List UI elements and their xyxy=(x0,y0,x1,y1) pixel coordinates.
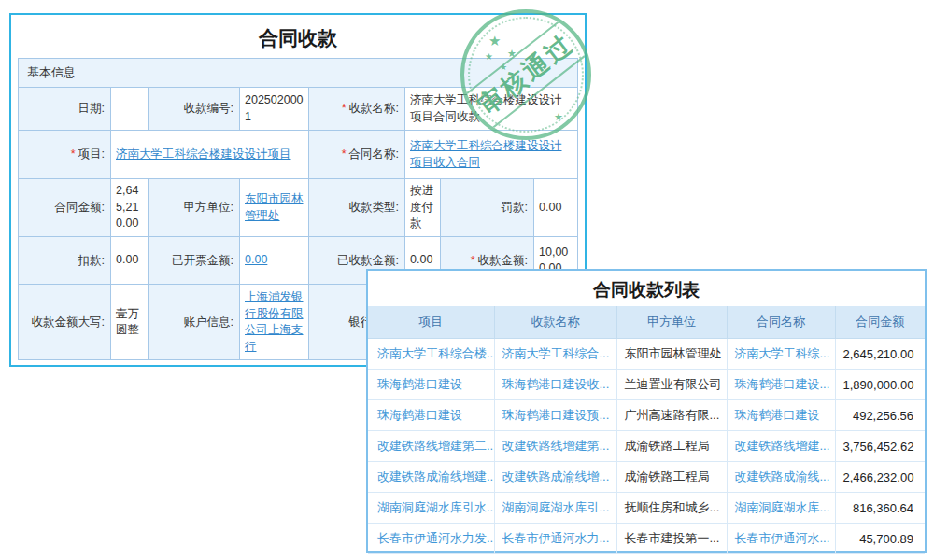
table-row: 长春市伊通河水力发...长春市伊通河水力...长春市建投第一...长春市伊通河水… xyxy=(368,524,925,554)
invoiced-amount-link[interactable]: 0.00 xyxy=(245,252,267,269)
contract-name-value: 济南大学工科综合楼建设设计项目收入合同 xyxy=(405,131,577,178)
list-title: 合同收款列表 xyxy=(368,271,925,306)
contract-amount-label: 合同金额: xyxy=(19,179,110,236)
table-row: 珠海鹤港口建设珠海鹤港口建设收...兰迪置业有限公司珠海鹤港口建设...1,89… xyxy=(368,370,925,400)
account-info-value: 上海浦发银行股份有限公司上海支行 xyxy=(240,285,308,359)
table-cell: 抚顺住房和城乡... xyxy=(616,493,727,524)
table-cell: 2,466,232.00 xyxy=(835,462,925,493)
contract-receipt-table: 项目收款名称甲方单位合同名称合同金额 济南大学工科综合楼...济南大学工科综合.… xyxy=(368,306,925,554)
table-cell-link[interactable]: 济南大学工科综合楼... xyxy=(368,339,494,370)
table-cell-link[interactable]: 改建铁路成渝线增建... xyxy=(368,462,494,493)
table-cell-link[interactable]: 珠海鹤港口建设收... xyxy=(494,370,616,400)
receipt-type-label: 收款类型: xyxy=(309,179,404,236)
table-cell-link[interactable]: 湖南洞庭湖水库... xyxy=(727,493,835,524)
receipt-name-value: 济南大学工科综合楼建设设计项目合同收款 xyxy=(405,88,577,130)
table-cell-link[interactable]: 改建铁路线增建第二... xyxy=(368,431,494,462)
table-cell: 成渝铁路工程局 xyxy=(616,431,727,462)
table-cell-link[interactable]: 湖南洞庭湖水库引水... xyxy=(368,493,494,524)
table-cell-link[interactable]: 改建铁路线增建... xyxy=(727,431,835,462)
column-header: 收款名称 xyxy=(494,306,616,339)
invoiced-amount-value: 0.00 xyxy=(240,237,308,284)
table-cell-link[interactable]: 长春市伊通河水... xyxy=(727,524,835,554)
required-marker: * xyxy=(471,253,475,268)
table-cell-link[interactable]: 长春市伊通河水力发... xyxy=(368,524,494,554)
deduction-value: 0.00 xyxy=(111,237,148,284)
table-cell: 东阳市园林管理处 xyxy=(616,339,727,370)
table-cell-link[interactable]: 改建铁路成渝线增... xyxy=(494,462,616,493)
table-cell: 长春市建投第一... xyxy=(616,524,727,554)
project-value: 济南大学工科综合楼建设设计项目 xyxy=(111,131,308,178)
account-info-link[interactable]: 上海浦发银行股份有限公司上海支行 xyxy=(245,289,304,355)
column-header: 合同名称 xyxy=(727,306,835,339)
date-value xyxy=(111,88,148,130)
contract-amount-value: 2,645,210.00 xyxy=(111,179,148,236)
table-header-row: 项目收款名称甲方单位合同名称合同金额 xyxy=(368,306,925,339)
table-cell-link[interactable]: 长春市伊通河水力... xyxy=(494,524,616,554)
table-cell: 3,756,452.62 xyxy=(835,431,925,462)
table-cell: 广州高速路有限... xyxy=(616,400,727,431)
column-header: 项目 xyxy=(368,306,494,339)
table-cell-link[interactable]: 济南大学工科综合... xyxy=(494,339,616,370)
table-row: 改建铁路成渝线增建...改建铁路成渝线增...成渝铁路工程局改建铁路成渝线...… xyxy=(368,462,925,493)
table-cell: 2,645,210.00 xyxy=(835,339,925,370)
penalty-label: 罚款: xyxy=(441,179,533,236)
table-cell-link[interactable]: 湖南洞庭湖水库引... xyxy=(494,493,616,524)
table-row: 改建铁路线增建第二...改建铁路线增建第...成渝铁路工程局改建铁路线增建...… xyxy=(368,431,925,462)
receipt-name-label: *收款名称: xyxy=(309,88,404,130)
column-header: 甲方单位 xyxy=(616,306,727,339)
table-cell-link[interactable]: 珠海鹤港口建设 xyxy=(368,370,494,400)
table-cell: 成渝铁路工程局 xyxy=(616,462,727,493)
table-cell: 816,360.64 xyxy=(835,493,925,524)
table-cell-link[interactable]: 珠海鹤港口建设... xyxy=(727,370,835,400)
column-header: 合同金额 xyxy=(835,306,925,339)
contract-name-link[interactable]: 济南大学工科综合楼建设设计项目收入合同 xyxy=(410,138,573,171)
table-cell: 兰迪置业有限公司 xyxy=(616,370,727,400)
penalty-value: 0.00 xyxy=(534,179,577,236)
contract-name-label: *合同名称: xyxy=(309,131,404,178)
required-marker: * xyxy=(342,101,347,116)
form-title: 合同收款 xyxy=(11,15,585,58)
table-cell-link[interactable]: 珠海鹤港口建设 xyxy=(727,400,835,431)
table-cell: 45,700.89 xyxy=(835,524,925,554)
table-cell-link[interactable]: 济南大学工科综... xyxy=(727,339,835,370)
receipt-no-label: 收款编号: xyxy=(149,88,239,130)
receipt-type-value: 按进度付款 xyxy=(405,179,440,236)
project-link[interactable]: 济南大学工科综合楼建设设计项目 xyxy=(116,147,291,163)
required-marker: * xyxy=(71,147,76,161)
table-cell-link[interactable]: 珠海鹤港口建设预... xyxy=(494,400,616,431)
contract-receipt-list-panel: 合同收款列表 项目收款名称甲方单位合同名称合同金额 济南大学工科综合楼...济南… xyxy=(366,269,927,553)
party-a-label: 甲方单位: xyxy=(149,179,239,236)
amount-in-words-label: 收款金额大写: xyxy=(19,285,110,359)
receipt-no-value: 2025020001 xyxy=(240,88,308,130)
table-row: 湖南洞庭湖水库引水...湖南洞庭湖水库引...抚顺住房和城乡...湖南洞庭湖水库… xyxy=(368,493,925,524)
account-info-label: 账户信息: xyxy=(149,285,239,359)
table-cell-link[interactable]: 改建铁路线增建第... xyxy=(494,431,616,462)
required-marker: * xyxy=(342,147,347,161)
table-row: 济南大学工科综合楼...济南大学工科综合...东阳市园林管理处济南大学工科综..… xyxy=(368,339,925,370)
table-cell-link[interactable]: 珠海鹤港口建设 xyxy=(368,400,494,431)
table-cell: 1,890,000.00 xyxy=(835,370,925,400)
project-label: *项目: xyxy=(19,131,110,178)
table-cell: 492,256.56 xyxy=(835,400,925,431)
table-row: 珠海鹤港口建设珠海鹤港口建设预...广州高速路有限...珠海鹤港口建设492,2… xyxy=(368,400,925,431)
party-a-value: 东阳市园林管理处 xyxy=(240,179,308,236)
deduction-label: 扣款: xyxy=(19,237,110,284)
party-a-link[interactable]: 东阳市园林管理处 xyxy=(245,191,304,224)
invoiced-amount-label: 已开票金额: xyxy=(149,237,239,284)
date-label: 日期: xyxy=(19,88,110,130)
table-cell-link[interactable]: 改建铁路成渝线... xyxy=(727,462,835,493)
section-header-basic-info: 基本信息 xyxy=(19,59,577,87)
amount-in-words-value: 壹万圆整 xyxy=(111,285,148,359)
